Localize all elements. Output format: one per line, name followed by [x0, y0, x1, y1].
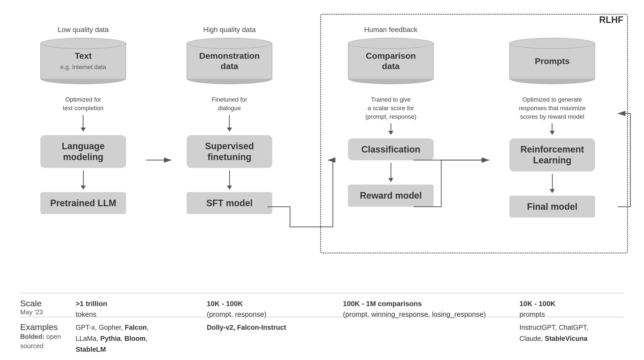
examples-col2: Dolly-v2, Falcon-Instruct: [197, 322, 333, 333]
col3-arrow2: [388, 163, 393, 182]
col1-cylinder: Text e.g. Internet data: [40, 38, 126, 88]
scale-label-block: Scale May '23: [20, 298, 71, 316]
col2-data-label: High quality data: [203, 25, 256, 34]
scale-col3: 100K - 1M comparisons (prompt, winning_r…: [333, 298, 509, 320]
scale-col1: >1 trillion tokens: [71, 298, 197, 320]
scale-row: Scale May '23 >1 trillion tokens 10K - 1…: [20, 298, 624, 320]
divider-2: [20, 317, 624, 317]
column-3: Human feedback Comparisondata Trained to…: [328, 25, 454, 207]
scale-col2-bold: 10K - 100K: [207, 300, 243, 308]
col1-arrow2: [81, 170, 86, 190]
examples-label-block: Examples Bolded: opensourced: [20, 322, 71, 350]
col3-output-box: Reward model: [348, 185, 434, 206]
examples-col4: InstructGPT, ChatGPT,Claude, StableVicun…: [509, 322, 620, 344]
scale-col4-bold: 10K - 100K: [519, 300, 555, 308]
examples-section: Examples Bolded: opensourced GPT-x, Goph…: [20, 317, 624, 355]
col2-cylinder: Demonstrationdata: [187, 38, 272, 88]
col1-output-box: Pretrained LLM: [40, 192, 126, 214]
scale-col1-bold: >1 trillion: [76, 300, 107, 308]
col2-process-box: Supervisedfinetuning: [187, 135, 272, 168]
scale-col4: 10K - 100K prompts: [509, 298, 620, 320]
examples-row: Examples Bolded: opensourced GPT-x, Goph…: [20, 322, 624, 355]
examples-label: Examples: [20, 322, 71, 332]
divider-1: [20, 293, 624, 293]
col4-arrow1-label: Optimized to generateresponses that maxi…: [516, 95, 588, 121]
col2-arrow2: [227, 170, 232, 190]
col4-cylinder-title: Prompts: [535, 56, 570, 66]
col3-arrow1: Trained to givea scalar score for(prompt…: [363, 95, 419, 136]
column-1: Low quality data Text e.g. Internet data…: [20, 25, 146, 214]
col2-output-box: SFT model: [187, 192, 272, 214]
scale-label: Scale: [20, 298, 71, 308]
scale-section: Scale May '23 >1 trillion tokens 10K - 1…: [20, 293, 624, 320]
col4-arrow2: [550, 174, 555, 193]
col1-arrow1-down: [81, 115, 86, 132]
col3-arrow1-label: Trained to givea scalar score for(prompt…: [363, 95, 419, 121]
col3-process-box: Classification: [348, 138, 434, 160]
scale-col2: 10K - 100K (prompt, response): [197, 298, 333, 320]
col3-arrow1-down: [388, 123, 393, 135]
column-4: placeholder Prompts Optimized to generat…: [489, 25, 615, 218]
col2-arrow1-label: Finetuned fordialogue: [209, 95, 250, 112]
examples-col3: [333, 322, 509, 333]
col1-data-label: Low quality data: [58, 25, 109, 34]
col1-arrow1: Optimized fortext completion: [60, 95, 106, 132]
col1-cylinder-subtitle: e.g. Internet data: [60, 64, 106, 70]
col2-arrow1-down: [227, 115, 232, 132]
col1-arrow1-label: Optimized fortext completion: [60, 95, 106, 112]
col3-cylinder: Comparisondata: [348, 38, 434, 88]
scale-sublabel: May '23: [20, 308, 71, 316]
col2-arrow1: Finetuned fordialogue: [209, 95, 250, 132]
col4-output-box: Final model: [509, 196, 595, 218]
col3-data-label: Human feedback: [364, 25, 418, 34]
rlhf-label: RLHF: [599, 15, 623, 25]
col4-arrow1: Optimized to generateresponses that maxi…: [516, 95, 588, 136]
column-2: High quality data Demonstrationdata Fine…: [166, 25, 292, 214]
col1-process-box: Languagemodeling: [40, 135, 126, 168]
col4-arrow1-down: [550, 123, 555, 135]
examples-col1: GPT-x, Gopher, Falcon,LLaMa, Pythia, Blo…: [71, 322, 197, 355]
scale-col3-bold: 100K - 1M comparisons: [343, 300, 422, 308]
col1-cylinder-title: Text: [75, 51, 92, 61]
col2-cylinder-title: Demonstrationdata: [199, 51, 260, 71]
col4-cylinder: Prompts: [509, 38, 595, 88]
col4-process-box: ReinforcementLearning: [509, 138, 595, 171]
examples-sublabel: Bolded: opensourced: [20, 332, 71, 350]
col3-cylinder-title: Comparisondata: [366, 51, 416, 71]
